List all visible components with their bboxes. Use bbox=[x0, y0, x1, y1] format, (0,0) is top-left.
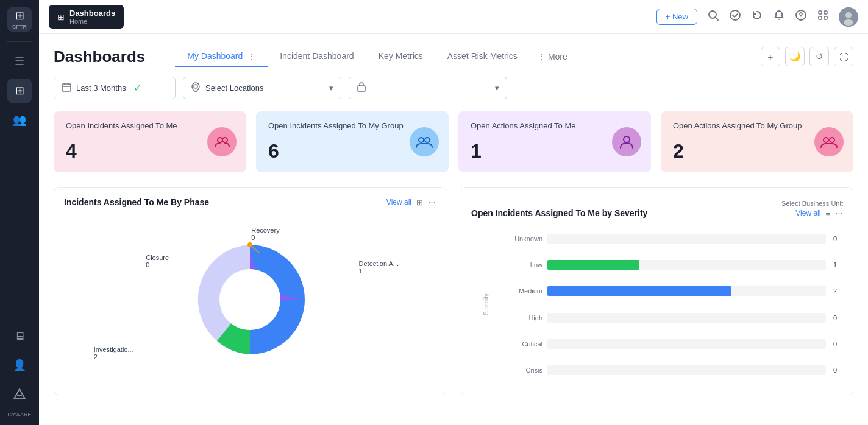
bar-view-all[interactable]: View all bbox=[795, 209, 820, 217]
more-dots-icon: ⋮ bbox=[537, 52, 546, 61]
bar-label-critical: Critical bbox=[509, 340, 542, 348]
donut-chart-actions: View all ⊞ ⋯ bbox=[386, 198, 436, 207]
header-right-actions: + 🌙 ↺ ⛶ bbox=[761, 47, 853, 66]
svg-point-22 bbox=[419, 138, 424, 142]
sidebar-item-menu[interactable]: ☰ bbox=[7, 49, 32, 74]
bar-row-medium: Medium 2 bbox=[509, 286, 843, 296]
bar-row-critical: Critical 0 bbox=[509, 339, 843, 349]
bar-track-critical bbox=[547, 339, 826, 349]
bar-label-high: High bbox=[509, 314, 542, 321]
cyware-icon bbox=[13, 388, 26, 401]
bar-row-crisis: Crisis 0 bbox=[509, 365, 843, 375]
metric-card-actions-group[interactable]: Open Actions Assigned To My Group 2 bbox=[661, 111, 853, 172]
bar-label-medium: Medium bbox=[509, 287, 542, 295]
tab-asset-risk[interactable]: Asset Risk Metrics bbox=[435, 46, 530, 67]
tab-incident-dashboard[interactable]: Incident Dashboard bbox=[268, 46, 366, 67]
metric-card-incidents-me[interactable]: Open Incidents Assigned To Me 4 bbox=[54, 111, 246, 172]
topbar-tab-sub: Home bbox=[69, 18, 115, 25]
metric-card-incidents-group[interactable]: Open Incidents Assigned To My Group 6 bbox=[256, 111, 449, 172]
svg-point-26 bbox=[830, 138, 834, 142]
donut-svg bbox=[180, 230, 320, 370]
fullscreen-button[interactable]: ⛶ bbox=[834, 47, 853, 66]
location-placeholder: Select Locations bbox=[205, 83, 263, 93]
sidebar: ⊞ CFTR ☰ ⊞ 👥 🖥 👤 CYWARE bbox=[0, 0, 39, 425]
bar-chart-card: Select Business Unit Open Incidents Assi… bbox=[461, 187, 853, 395]
svg-rect-7 bbox=[819, 11, 822, 14]
metric-card-actions-me-icon bbox=[612, 127, 641, 156]
cyware-label: CYWARE bbox=[7, 412, 31, 418]
donut-label-recovery: Recovery 0 bbox=[251, 227, 279, 241]
bar-chart-title: Open Incidents Assigned To Me by Severit… bbox=[471, 208, 647, 218]
dashboard-icon: ⊞ bbox=[15, 84, 24, 97]
refresh-dashboard-button[interactable]: ↺ bbox=[809, 47, 829, 66]
avatar[interactable] bbox=[839, 7, 858, 27]
sidebar-item-xware[interactable] bbox=[7, 382, 32, 407]
bar-chart-list-icon[interactable]: ≡ bbox=[825, 209, 830, 218]
bar-chart-more-icon[interactable]: ⋯ bbox=[835, 209, 843, 218]
metric-card-actions-group-icon bbox=[814, 127, 844, 156]
topbar-actions: + New bbox=[656, 7, 858, 27]
select-business-unit: Select Business Unit bbox=[471, 197, 843, 208]
svg-point-4 bbox=[730, 10, 740, 20]
bar-row-low: Low 1 bbox=[509, 260, 843, 270]
topbar-dashboards-tab[interactable]: ⊞ Dashboards Home bbox=[49, 5, 124, 29]
add-widget-button[interactable]: + bbox=[761, 47, 780, 66]
date-filter[interactable]: Last 3 Months ✓ bbox=[54, 77, 176, 99]
refresh-icon[interactable] bbox=[751, 9, 763, 24]
logo-text: CFTR bbox=[12, 24, 27, 30]
tab-key-metrics[interactable]: Key Metrics bbox=[366, 46, 435, 67]
filter-check-icon: ✓ bbox=[133, 82, 141, 94]
svg-point-12 bbox=[845, 12, 852, 18]
help-icon[interactable] bbox=[795, 9, 807, 24]
bar-track-crisis bbox=[547, 365, 826, 375]
bar-chart-header: Open Incidents Assigned To Me by Severit… bbox=[471, 208, 843, 218]
donut-label-closure: Closure 0 bbox=[146, 254, 169, 269]
metric-card-actions-me[interactable]: Open Actions Assigned To Me 1 bbox=[458, 111, 651, 172]
svg-point-27 bbox=[219, 269, 280, 330]
sidebar-item-dashboard[interactable]: ⊞ bbox=[7, 79, 32, 103]
metric-cards: Open Incidents Assigned To Me 4 Open Inc… bbox=[54, 111, 853, 172]
topbar: ⊞ Dashboards Home + New bbox=[39, 0, 868, 34]
sidebar-item-person[interactable]: 👤 bbox=[7, 353, 32, 378]
sidebar-logo[interactable]: ⊞ CFTR bbox=[7, 7, 32, 32]
sidebar-divider-1 bbox=[7, 41, 32, 42]
sidebar-item-monitor[interactable]: 🖥 bbox=[7, 324, 32, 348]
donut-chart-more-icon[interactable]: ⋯ bbox=[428, 198, 436, 207]
business-filter[interactable]: ▾ bbox=[349, 77, 507, 99]
menu-icon: ☰ bbox=[15, 55, 24, 68]
donut-label-detection: Detection A... 1 bbox=[359, 260, 399, 275]
business-icon bbox=[357, 82, 366, 94]
bar-value-unknown: 0 bbox=[833, 235, 843, 242]
metric-card-incidents-group-title: Open Incidents Assigned To My Group bbox=[268, 121, 436, 130]
bar-label-low: Low bbox=[509, 261, 542, 269]
bar-value-low: 1 bbox=[833, 261, 843, 269]
avatar-image bbox=[839, 7, 858, 27]
bar-track-medium bbox=[547, 286, 826, 296]
charts-row: Incidents Assigned To Me By Phase View a… bbox=[54, 187, 853, 395]
svg-point-21 bbox=[222, 138, 227, 142]
select-business-unit-label[interactable]: Select Business Unit bbox=[781, 200, 843, 207]
date-filter-value: Last 3 Months bbox=[76, 83, 126, 93]
donut-view-all[interactable]: View all bbox=[386, 198, 411, 206]
metric-card-incidents-group-icon bbox=[410, 127, 439, 156]
svg-point-18 bbox=[194, 85, 197, 88]
sidebar-item-users[interactable]: 👥 bbox=[7, 108, 32, 132]
location-filter[interactable]: Select Locations ▾ bbox=[183, 77, 341, 99]
donut-chart-title: Incidents Assigned To Me By Phase bbox=[64, 197, 209, 207]
bar-fill-low bbox=[547, 260, 639, 270]
calendar-icon bbox=[62, 82, 71, 94]
bell-icon[interactable] bbox=[773, 9, 785, 24]
grid-icon[interactable] bbox=[817, 9, 829, 24]
tab-more[interactable]: ⋮ More bbox=[530, 47, 575, 66]
svg-rect-8 bbox=[824, 11, 827, 14]
metric-card-incidents-me-icon bbox=[207, 127, 237, 156]
sidebar-bottom: 🖥 👤 CYWARE bbox=[7, 324, 32, 418]
tab-my-dashboard[interactable]: My Dashboard ⋮ bbox=[175, 46, 268, 67]
bar-track-unknown bbox=[547, 234, 826, 244]
donut-chart-table-icon[interactable]: ⊞ bbox=[416, 198, 423, 207]
check-circle-icon[interactable] bbox=[729, 9, 741, 24]
new-button[interactable]: + New bbox=[656, 9, 697, 25]
search-icon[interactable] bbox=[707, 9, 719, 24]
dark-mode-button[interactable]: 🌙 bbox=[785, 47, 805, 66]
business-chevron-icon: ▾ bbox=[495, 83, 499, 93]
